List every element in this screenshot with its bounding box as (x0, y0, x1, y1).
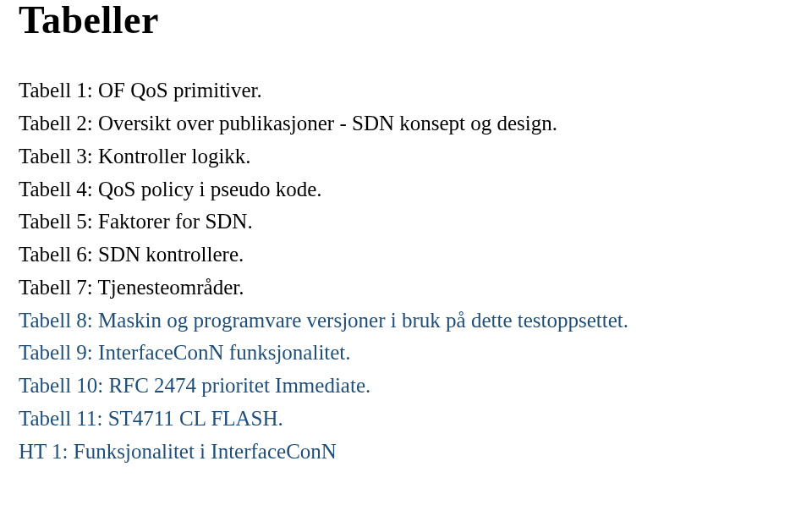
toc-entry-12[interactable]: HT 1: Funksjonalitet i InterfaceConN (19, 436, 793, 469)
toc-entry-3: Tabell 3: Kontroller logikk. (19, 140, 793, 173)
document-page: Tabeller Tabell 1: OF QoS primitiver.Tab… (0, 0, 812, 468)
toc-entry-8[interactable]: Tabell 8: Maskin og programvare versjone… (19, 305, 793, 338)
table-of-tables: Tabell 1: OF QoS primitiver.Tabell 2: Ov… (19, 74, 793, 468)
toc-entry-4: Tabell 4: QoS policy i pseudo kode. (19, 173, 793, 206)
toc-entry-5: Tabell 5: Faktorer for SDN. (19, 206, 793, 239)
toc-entry-11[interactable]: Tabell 11: ST4711 CL FLASH. (19, 403, 793, 436)
toc-entry-2: Tabell 2: Oversikt over publikasjoner - … (19, 107, 793, 140)
toc-entry-7: Tabell 7: Tjenesteområder. (19, 272, 793, 305)
page-title: Tabeller (19, 0, 793, 41)
toc-entry-1: Tabell 1: OF QoS primitiver. (19, 74, 793, 107)
toc-entry-9[interactable]: Tabell 9: InterfaceConN funksjonalitet. (19, 337, 793, 370)
toc-entry-6: Tabell 6: SDN kontrollere. (19, 239, 793, 272)
toc-entry-10[interactable]: Tabell 10: RFC 2474 prioritet Immediate. (19, 370, 793, 403)
